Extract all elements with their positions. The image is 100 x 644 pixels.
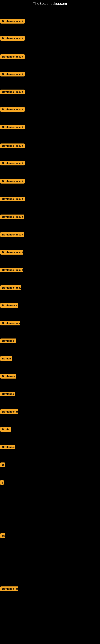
bottleneck-badge: Bottleneck resu — [0, 321, 20, 326]
bottleneck-badge: Bottleneck result — [0, 232, 24, 237]
bottleneck-badge: Bottleneck result — [0, 107, 25, 112]
bottleneck-badge: Bottleneck result — [0, 144, 25, 148]
bottleneck-badge: Bottleneck resul — [0, 285, 21, 290]
bottleneck-badge: Bottleneck result — [0, 196, 25, 201]
bottleneck-badge: Bottleneck — [0, 374, 16, 378]
bottleneck-badge: Bottleneck result — [0, 125, 25, 130]
bottleneck-badge: Bottleneck result — [0, 161, 25, 166]
bottleneck-badge: Bottleneck result — [0, 54, 25, 59]
bottleneck-badge: Bottle — [0, 427, 11, 432]
bottleneck-badge: Bottleneck r — [0, 303, 18, 308]
bottleneck-badge: Bottleneck re — [0, 586, 18, 591]
bottleneck-badge: Bottleneck result — [0, 90, 25, 94]
bottleneck-badge: Bottleneck — [0, 338, 16, 343]
bottleneck-badge: Bottleneck result — [0, 19, 25, 24]
site-title: TheBottlenecker.com — [0, 0, 100, 8]
bottleneck-badge: Bottlenec — [0, 392, 15, 396]
bottleneck-badge: Bottlen — [0, 356, 12, 361]
bottleneck-badge: Bottleneck re — [0, 409, 18, 414]
bottleneck-badge: Bo — [0, 533, 5, 538]
bottleneck-badge: Bottleneck — [0, 445, 15, 450]
bottleneck-badge: Bottleneck result — [0, 36, 25, 41]
bottleneck-badge: Bottleneck result — [0, 179, 25, 184]
bottleneck-badge: Bottleneck result — [0, 214, 24, 219]
bottleneck-badge: | — [0, 480, 3, 485]
bottleneck-badge: Bottleneck result — [0, 72, 25, 76]
bottleneck-badge: B — [0, 462, 5, 467]
bottleneck-badge: Bottleneck result — [0, 250, 23, 254]
bottleneck-badge: Bottleneck result — [0, 268, 23, 272]
